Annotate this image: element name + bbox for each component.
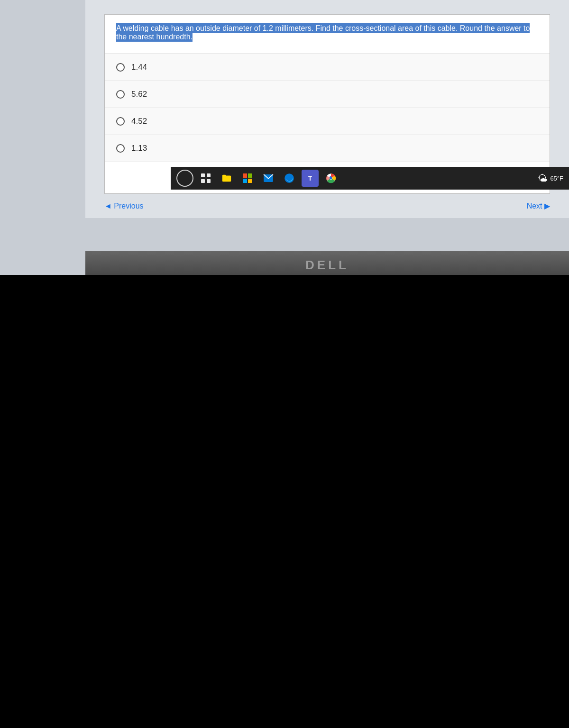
svg-rect-5 — [248, 173, 252, 178]
svg-rect-2 — [201, 179, 205, 183]
mail-icon[interactable] — [260, 170, 277, 187]
bottom-background — [0, 275, 569, 728]
previous-button[interactable]: ◄ Previous — [104, 202, 144, 210]
windows-start-icon[interactable] — [239, 170, 256, 187]
task-view-icon[interactable] — [197, 170, 214, 187]
svg-rect-6 — [243, 179, 247, 183]
taskbar-right: 🌤 65°F — [538, 173, 563, 184]
nav-bar: ◄ Previous Next ▶ — [85, 194, 569, 218]
option-a[interactable]: 1.44 — [105, 54, 550, 81]
svg-point-13 — [330, 177, 332, 180]
radio-b[interactable] — [116, 90, 125, 99]
question-text: A welding cable has an outside diameter … — [116, 23, 530, 42]
question-block: A welding cable has an outside diameter … — [105, 15, 550, 46]
option-c[interactable]: 4.52 — [105, 108, 550, 135]
svg-rect-4 — [243, 173, 247, 178]
temperature-display: 65°F — [550, 175, 563, 182]
radio-a[interactable] — [116, 63, 125, 72]
teams-icon[interactable]: T — [302, 170, 319, 187]
file-explorer-icon[interactable] — [218, 170, 235, 187]
radio-c[interactable] — [116, 117, 125, 126]
search-circle[interactable] — [176, 170, 193, 187]
search-taskbar-icon[interactable] — [176, 170, 193, 187]
svg-rect-3 — [207, 179, 211, 183]
next-button[interactable]: Next ▶ — [527, 201, 550, 210]
content-area: A welding cable has an outside diameter … — [85, 0, 569, 218]
options-list: 1.44 5.62 4.52 1.13 — [105, 54, 550, 162]
option-d[interactable]: 1.13 — [105, 135, 550, 162]
option-b-label: 5.62 — [131, 90, 147, 99]
dell-logo: DELL — [305, 258, 349, 273]
option-d-label: 1.13 — [131, 144, 147, 153]
radio-d[interactable] — [116, 144, 125, 153]
laptop-screen: A welding cable has an outside diameter … — [0, 0, 569, 275]
option-b[interactable]: 5.62 — [105, 81, 550, 108]
weather-icon: 🌤 — [538, 173, 547, 184]
taskbar: T 🌤 65°F — [171, 167, 569, 190]
svg-rect-7 — [248, 179, 252, 183]
edge-icon[interactable] — [281, 170, 298, 187]
option-c-label: 4.52 — [131, 117, 147, 126]
option-a-label: 1.44 — [131, 63, 147, 72]
chrome-icon[interactable] — [322, 170, 340, 187]
svg-rect-1 — [207, 173, 211, 177]
svg-rect-0 — [201, 173, 205, 177]
